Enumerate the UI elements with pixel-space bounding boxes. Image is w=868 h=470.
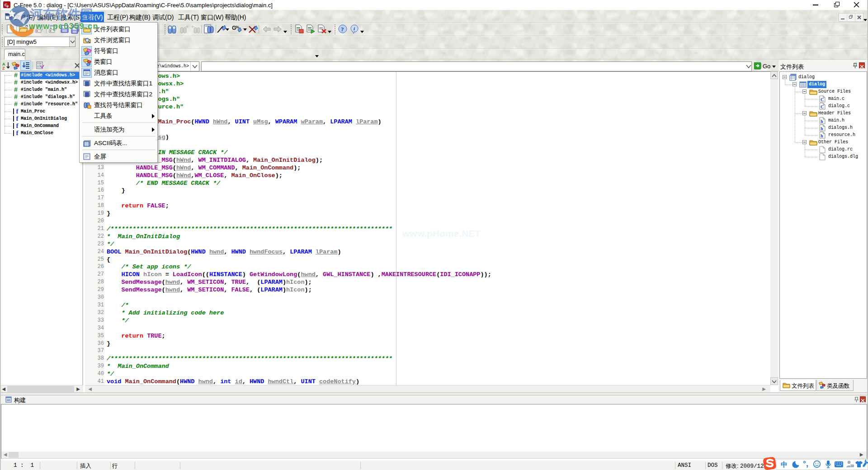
svg-text:C: C — [821, 104, 824, 109]
svg-text:F: F — [7, 5, 9, 9]
svg-text:C: C — [821, 97, 824, 102]
svg-text:h: h — [821, 133, 823, 138]
svg-text:h: h — [821, 119, 823, 124]
svg-text:10: 10 — [851, 465, 854, 467]
svg-text:h: h — [821, 126, 823, 131]
svg-text:Z: Z — [2, 66, 5, 70]
svg-text:?: ? — [341, 26, 344, 33]
